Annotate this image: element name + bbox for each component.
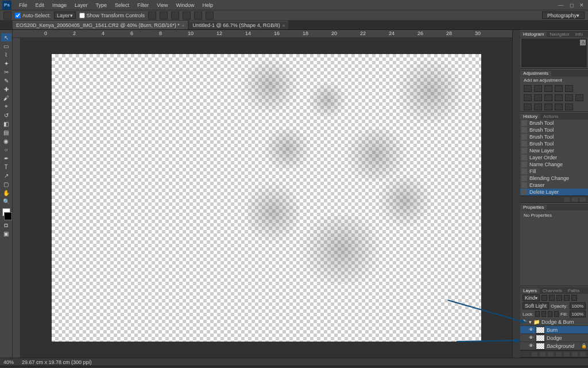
auto-select-target[interactable]: Layer ▾ bbox=[54, 12, 76, 19]
adjustment-icon[interactable] bbox=[575, 94, 583, 101]
document-canvas[interactable] bbox=[52, 54, 481, 342]
menu-file[interactable]: File bbox=[15, 2, 32, 8]
close-button[interactable]: ✕ bbox=[578, 2, 586, 9]
layer-group[interactable]: 👁 ▾ 📁 Dodge & Burn bbox=[520, 318, 588, 326]
adjustment-icon[interactable] bbox=[544, 103, 552, 110]
tab-channels[interactable]: Channels bbox=[540, 288, 565, 293]
history-item[interactable]: Fill bbox=[520, 168, 588, 175]
history-brush-tool[interactable]: ↺ bbox=[1, 111, 11, 119]
menu-filter[interactable]: Filter bbox=[133, 2, 153, 8]
gradient-tool[interactable]: ▤ bbox=[1, 128, 11, 136]
menu-edit[interactable]: Edit bbox=[32, 2, 49, 8]
cache-warning-icon[interactable]: ⚠ bbox=[580, 40, 586, 45]
align-icon[interactable] bbox=[206, 12, 214, 20]
trash-icon[interactable] bbox=[580, 197, 586, 202]
visibility-icon[interactable]: 👁 bbox=[528, 327, 534, 333]
lock-all-icon[interactable] bbox=[554, 311, 559, 317]
menu-view[interactable]: View bbox=[153, 2, 172, 8]
move-tool[interactable]: ↖ bbox=[1, 33, 11, 41]
new-layer-icon[interactable] bbox=[572, 352, 578, 356]
shape-tool[interactable]: ▢ bbox=[1, 180, 11, 188]
mini-bridge-tab[interactable]: Mini Bridge bbox=[0, 366, 588, 368]
history-item[interactable]: Brush Tool bbox=[520, 120, 588, 126]
menu-image[interactable]: Image bbox=[48, 2, 71, 8]
document-info[interactable]: 29.67 cm x 19.78 cm (300 ppi) bbox=[22, 359, 92, 365]
opacity-value[interactable]: 100% bbox=[570, 302, 586, 309]
eyedropper-tool[interactable]: ✎ bbox=[1, 76, 11, 85]
adjustment-icon[interactable] bbox=[524, 94, 532, 101]
healing-tool[interactable]: ✚ bbox=[1, 85, 11, 93]
tab-navigator[interactable]: Navigator bbox=[547, 32, 572, 37]
align-icon[interactable] bbox=[171, 12, 179, 20]
document-tab[interactable]: EOS20D_Kenya_20050405_IMG_1541.CR2 @ 40%… bbox=[13, 21, 188, 29]
layer-filter-icon[interactable] bbox=[571, 295, 577, 301]
adjustment-icon[interactable] bbox=[555, 94, 563, 101]
chevron-down-icon[interactable]: ▾ bbox=[529, 319, 532, 325]
tab-info[interactable]: Info bbox=[572, 32, 586, 37]
adjustment-icon[interactable] bbox=[555, 103, 563, 110]
align-icon[interactable] bbox=[194, 12, 202, 20]
adjustment-icon[interactable] bbox=[565, 103, 573, 110]
history-item[interactable]: New Layer bbox=[520, 147, 588, 154]
lock-transparency-icon[interactable] bbox=[535, 311, 540, 317]
adjustment-icon[interactable] bbox=[565, 85, 573, 92]
tab-actions[interactable]: Actions bbox=[540, 114, 561, 119]
menu-window[interactable]: Window bbox=[172, 2, 198, 8]
layer-style-icon[interactable] bbox=[540, 352, 546, 356]
collapsed-panel-bar[interactable] bbox=[512, 30, 520, 358]
close-icon[interactable]: × bbox=[283, 23, 285, 28]
layer-row[interactable]: 👁Burn bbox=[520, 326, 588, 334]
history-item[interactable]: Delete Layer bbox=[520, 189, 588, 195]
pen-tool[interactable]: ✒ bbox=[1, 154, 11, 162]
adjustment-icon[interactable] bbox=[555, 85, 563, 92]
stamp-tool[interactable]: ⌖ bbox=[1, 102, 11, 110]
align-icon[interactable] bbox=[148, 12, 156, 20]
history-item[interactable]: Eraser bbox=[520, 182, 588, 189]
layer-row[interactable]: 👁Background🔒 bbox=[520, 342, 588, 350]
layer-thumbnail[interactable] bbox=[536, 327, 545, 334]
blur-tool[interactable]: ◉ bbox=[1, 137, 11, 145]
adjustment-icon[interactable] bbox=[524, 103, 532, 110]
zoom-tool[interactable]: 🔍 bbox=[1, 197, 11, 205]
history-item[interactable]: Brush Tool bbox=[520, 133, 588, 140]
tab-adjustments[interactable]: Adjustments bbox=[520, 71, 551, 76]
tab-layers[interactable]: Layers bbox=[520, 288, 540, 293]
lasso-tool[interactable]: ⌇ bbox=[1, 51, 11, 59]
tab-history[interactable]: History bbox=[520, 114, 540, 119]
adjustment-icon[interactable] bbox=[544, 94, 552, 101]
history-item[interactable]: Blending Change bbox=[520, 175, 588, 182]
menu-select[interactable]: Select bbox=[111, 2, 133, 8]
new-state-icon[interactable] bbox=[572, 197, 578, 202]
visibility-icon[interactable]: 👁 bbox=[528, 343, 534, 349]
adjustment-icon[interactable] bbox=[524, 85, 532, 92]
tab-paths[interactable]: Paths bbox=[565, 288, 582, 293]
menu-type[interactable]: Type bbox=[92, 2, 111, 8]
document-tab[interactable]: Untitled-1 @ 66.7% (Shape 4, RGB/8) × bbox=[189, 21, 288, 29]
background-swatch[interactable] bbox=[4, 212, 12, 220]
crop-tool[interactable]: ✂ bbox=[1, 68, 11, 76]
align-icon[interactable] bbox=[183, 12, 191, 20]
canvas[interactable] bbox=[21, 38, 512, 358]
layer-filter-icon[interactable] bbox=[549, 295, 555, 301]
restore-button[interactable]: ◻ bbox=[567, 2, 575, 9]
layer-filter-icon[interactable] bbox=[541, 295, 547, 301]
layer-filter-icon[interactable] bbox=[564, 295, 570, 301]
adjustment-icon[interactable] bbox=[544, 85, 552, 92]
adjustment-icon[interactable] bbox=[534, 85, 542, 92]
layer-filter-kind[interactable]: Kind ▾ bbox=[523, 294, 540, 301]
lock-pixels-icon[interactable] bbox=[541, 311, 546, 317]
adjustment-icon[interactable] bbox=[534, 94, 542, 101]
link-layers-icon[interactable] bbox=[532, 352, 537, 356]
group-icon[interactable] bbox=[564, 352, 570, 356]
fill-value[interactable]: 100% bbox=[570, 310, 586, 317]
layer-thumbnail[interactable] bbox=[536, 335, 545, 342]
tab-properties[interactable]: Properties bbox=[520, 205, 547, 210]
brush-tool[interactable]: 🖌 bbox=[1, 94, 11, 102]
zoom-level[interactable]: 40% bbox=[3, 359, 14, 365]
history-item[interactable]: Brush Tool bbox=[520, 126, 588, 133]
menu-layer[interactable]: Layer bbox=[71, 2, 92, 8]
history-item[interactable]: Brush Tool bbox=[520, 140, 588, 147]
history-item[interactable]: Name Change bbox=[520, 161, 588, 168]
hand-tool[interactable]: ✋ bbox=[1, 189, 11, 197]
auto-select-checkbox[interactable]: Auto-Select: bbox=[15, 13, 51, 18]
